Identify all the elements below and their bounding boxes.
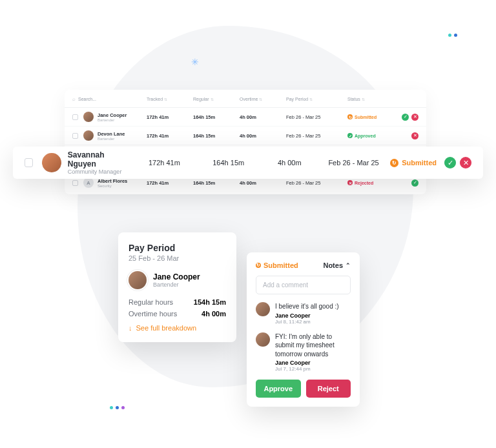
note-message: FYI: I'm only able to submit my timeshee… (275, 332, 351, 359)
note-item: FYI: I'm only able to submit my timeshee… (256, 332, 351, 372)
table-row[interactable]: Jane Cooper Bartender 172h 41m 164h 15m … (65, 108, 426, 127)
reject-icon[interactable]: ✕ (411, 132, 418, 139)
col-tracked[interactable]: Tracked (147, 97, 163, 101)
chevron-up-icon: ⌃ (346, 262, 351, 269)
status-icon: ✓ (347, 133, 353, 138)
avatar (42, 153, 61, 172)
comment-input[interactable]: Add a comment (256, 276, 351, 294)
reject-button[interactable]: Reject (306, 380, 351, 398)
employee-role: Bartender (98, 137, 125, 141)
sort-icon: ⇅ (259, 97, 262, 101)
highlighted-row[interactable]: Savannah Nguyen Community Manager 172h 4… (13, 147, 483, 179)
row-checkbox[interactable] (72, 180, 78, 186)
reject-icon[interactable]: ✕ (411, 114, 418, 121)
cell-regular: 164h 15m (193, 133, 240, 139)
cell-tracked: 172h 41m (147, 180, 193, 186)
employee-role: Bartender (153, 281, 200, 288)
note-item: I believe it's all good :) Jane Cooper J… (256, 302, 351, 325)
pay-period-card: Pay Period 25 Feb - 26 Mar Jane Cooper B… (118, 232, 236, 342)
pay-period-title: Pay Period (129, 243, 226, 253)
cell-period: Feb 26 - Mar 25 (317, 159, 390, 167)
approve-button[interactable]: Approve (256, 380, 301, 398)
cell-period: Feb 26 - Mar 25 (286, 133, 347, 139)
status-icon: ↻ (256, 263, 261, 268)
cell-tracked: 172h 41m (147, 133, 193, 139)
row-checkbox[interactable] (72, 114, 78, 120)
table-row[interactable]: Devon Lane Bartender 172h 41m 164h 15m 4… (65, 127, 426, 145)
note-message: I believe it's all good :) (275, 302, 339, 311)
employee-role: Bartender (98, 118, 127, 122)
avatar (256, 332, 270, 347)
sort-icon: ⇅ (362, 97, 365, 101)
cell-overtime: 4h 00m (240, 180, 286, 186)
notes-tab[interactable]: Notes ⌃ (323, 261, 351, 269)
cell-overtime: 4h 00m (240, 133, 286, 139)
employee-name: Devon Lane (98, 131, 125, 137)
pay-period-range: 25 Feb - 26 Mar (129, 254, 226, 262)
cell-overtime: 4h 00m (262, 159, 317, 167)
note-author: Jane Cooper (275, 360, 351, 366)
status-icon: ↻ (390, 159, 398, 167)
regular-hours-label: Regular hours (129, 298, 173, 306)
status-badge: ↻ Submitted (347, 114, 386, 119)
search-icon: ⌕ (72, 96, 76, 102)
avatar: A (83, 178, 94, 188)
cell-regular: 164h 15m (193, 114, 240, 120)
cell-regular: 164h 15m (193, 180, 240, 186)
sort-icon: ⇅ (211, 97, 214, 101)
cell-period: Feb 26 - Mar 25 (286, 180, 347, 186)
col-pay-period[interactable]: Pay Period (286, 97, 308, 101)
overtime-hours-label: Overtime hours (129, 310, 177, 318)
search-input[interactable]: Search... (78, 97, 96, 101)
approve-icon[interactable]: ✓ (411, 179, 418, 187)
employee-role: Security (98, 184, 127, 188)
see-breakdown-link[interactable]: ↓ See full breakdown (129, 324, 226, 332)
cell-regular: 164h 15m (195, 159, 262, 167)
status-icon: ✕ (347, 180, 353, 185)
download-icon: ↓ (129, 324, 132, 332)
employee-name: Jane Cooper (153, 272, 200, 281)
table-header: ⌕ Search... Tracked⇅ Regular⇅ Overtime⇅ … (65, 90, 426, 108)
status-badge: ✕ Rejected (347, 180, 386, 185)
col-regular[interactable]: Regular (193, 97, 209, 101)
note-timestamp: Jul 8, 11:42 am (275, 319, 339, 325)
note-timestamp: Jul 7, 12:44 pm (275, 366, 351, 372)
status-badge: ↻ Submitted (390, 159, 437, 167)
cell-overtime: 4h 00m (240, 114, 286, 120)
plus-icon: ✳ (191, 57, 199, 67)
employee-name: Savannah Nguyen (68, 150, 134, 168)
reject-icon[interactable]: ✕ (460, 157, 471, 168)
avatar (129, 271, 147, 289)
col-overtime[interactable]: Overtime (240, 97, 258, 101)
avatar (83, 112, 94, 122)
cell-tracked: 172h 41m (147, 114, 193, 120)
regular-hours-value: 154h 15m (194, 298, 226, 306)
overtime-hours-value: 4h 00m (202, 310, 226, 318)
approve-icon[interactable]: ✓ (402, 114, 409, 121)
col-status[interactable]: Status (347, 97, 360, 101)
notes-card: ↻ Submitted Notes ⌃ Add a comment I beli… (247, 252, 360, 407)
status-icon: ↻ (347, 114, 353, 119)
row-checkbox[interactable] (72, 133, 78, 139)
sort-icon: ⇅ (164, 97, 167, 101)
employee-name: Jane Cooper (98, 112, 127, 118)
avatar (83, 130, 94, 141)
decoration-dots (110, 406, 125, 409)
approve-icon[interactable]: ✓ (444, 157, 456, 168)
decoration-dots (448, 34, 457, 37)
note-author: Jane Cooper (275, 312, 339, 319)
status-badge: ✓ Approved (347, 133, 386, 138)
employee-role: Community Manager (68, 168, 134, 175)
avatar (256, 302, 270, 316)
row-checkbox[interactable] (25, 158, 33, 167)
cell-tracked: 172h 41m (134, 159, 195, 167)
status-badge: ↻ Submitted (256, 261, 298, 269)
cell-period: Feb 26 - Mar 25 (286, 114, 347, 120)
sort-icon: ⇅ (309, 97, 313, 101)
